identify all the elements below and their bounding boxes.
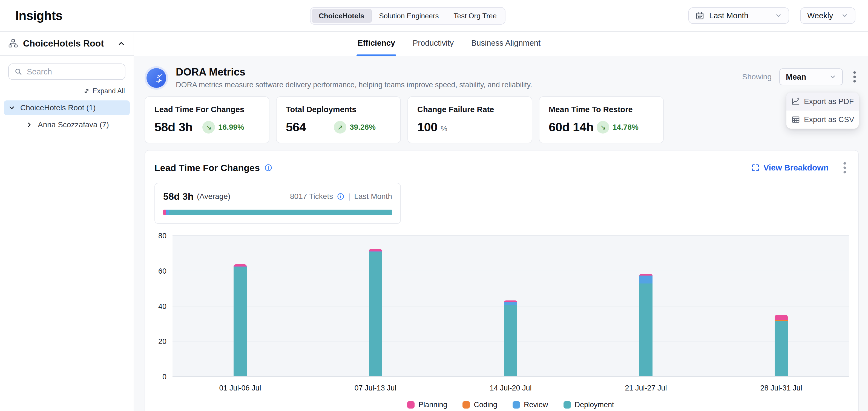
view-breakdown-link[interactable]: View Breakdown <box>751 163 829 172</box>
bar-07 Jul-13 Jul[interactable] <box>369 235 382 376</box>
bar-21 Jul-27 Jul[interactable] <box>639 235 652 376</box>
org-tab-choicehotels[interactable]: ChoiceHotels <box>312 9 372 23</box>
menu-item-label: Export as CSV <box>804 115 854 124</box>
metric-card-lead-time[interactable]: Lead Time For Changes 58d 3h ↘ 16.99% <box>145 96 270 143</box>
y-axis-tick-label: 80 <box>149 232 166 240</box>
metric-card-total-deployments[interactable]: Total Deployments 564 ↗ 39.26% <box>276 96 401 143</box>
dora-controls: Showing Mean <box>742 68 859 85</box>
progress-segment-planning <box>163 210 166 215</box>
insights-app: Insights ChoiceHotels Solution Engineers… <box>0 0 868 411</box>
bar-14 Jul-20 Jul[interactable] <box>504 235 517 376</box>
org-tree: ChoiceHotels Root (1) Anna Scozzafava (7… <box>0 100 134 132</box>
legend-label: Deployment <box>575 401 614 409</box>
bar-segment-planning <box>369 249 382 252</box>
search-icon <box>14 68 23 76</box>
chevron-down-icon <box>841 12 848 19</box>
legend-swatch <box>463 401 470 409</box>
stacked-bar-chart: 020406080 01 Jul-06 Jul07 Jul-13 Jul14 J… <box>154 236 849 409</box>
trend-up-icon: ↗ <box>334 121 346 134</box>
export-menu: Export as PDF <box>786 93 859 129</box>
bar-segment-deployment <box>234 267 247 376</box>
bar-segment-planning <box>234 264 247 267</box>
legend-item-coding: Coding <box>463 401 497 409</box>
chart-legend: PlanningCodingReviewDeployment <box>173 401 849 409</box>
metric-title: Mean Time To Restore <box>549 105 654 114</box>
org-switcher: ChoiceHotels Solution Engineers Test Org… <box>310 7 505 25</box>
menu-item-export-csv[interactable]: Export as CSV <box>786 110 859 129</box>
tab-efficiency[interactable]: Efficiency <box>356 39 396 56</box>
org-tab-solution-engineers[interactable]: Solution Engineers <box>372 9 446 23</box>
legend-item-planning: Planning <box>407 401 447 409</box>
expand-all-icon <box>83 88 90 94</box>
dora-kebab-menu-icon[interactable] <box>850 69 859 85</box>
chevron-right-icon[interactable] <box>26 121 33 128</box>
metric-value: 58d 3h <box>154 120 193 134</box>
bar-segment-planning <box>775 315 788 320</box>
tree-item-anna[interactable]: Anna Scozzafava (7) <box>4 117 130 132</box>
granularity-value: Weekly <box>807 11 833 20</box>
bar-segment-deployment <box>504 305 517 376</box>
trend-badge: ↘ 16.99% <box>203 121 244 134</box>
metric-card-mean-time-to-restore[interactable]: Mean Time To Restore 60d 14h ↘ 14.78% <box>539 96 664 143</box>
x-axis-label: 14 Jul-20 Jul <box>443 384 578 392</box>
average-value: 58d 3h <box>163 191 194 202</box>
tab-productivity[interactable]: Productivity <box>411 39 455 56</box>
calendar-icon <box>695 11 704 20</box>
org-hierarchy-icon <box>8 39 18 48</box>
info-icon[interactable] <box>264 164 273 172</box>
metric-card-change-failure-rate[interactable]: Change Failure Rate 100 % <box>407 96 532 143</box>
bar-segment-review <box>639 276 652 283</box>
metric-title: Lead Time For Changes <box>154 105 259 114</box>
dora-icon-halo <box>145 66 168 90</box>
expand-corners-icon <box>751 164 760 172</box>
chevron-up-icon[interactable] <box>117 39 125 47</box>
x-axis-label: 07 Jul-13 Jul <box>308 384 443 392</box>
org-tab-test-org-tree[interactable]: Test Org Tree <box>446 9 504 23</box>
progress-segment-deployment <box>169 210 392 215</box>
top-bar: Insights ChoiceHotels Solution Engineers… <box>0 0 868 32</box>
trend-percent: 39.26% <box>350 123 376 132</box>
x-axis-label: 21 Jul-27 Jul <box>578 384 714 392</box>
trend-badge: ↘ 14.78% <box>597 121 639 134</box>
gridline <box>173 376 849 377</box>
metric-unit: % <box>441 125 447 133</box>
chevron-down-icon <box>829 73 836 80</box>
search-input[interactable] <box>27 67 119 76</box>
sidebar-header[interactable]: ChoiceHotels Root <box>0 32 134 56</box>
metric-value: 564 <box>286 120 306 134</box>
expand-all[interactable]: Expand All <box>9 87 125 95</box>
page-title: Insights <box>16 8 62 23</box>
legend-swatch <box>407 401 414 409</box>
info-icon[interactable] <box>337 193 344 200</box>
tickets-count: 8017 Tickets <box>290 192 333 201</box>
chevron-down-icon <box>775 12 782 19</box>
chart-export-icon <box>791 97 800 106</box>
bar-01 Jul-06 Jul[interactable] <box>234 235 247 376</box>
date-range-dropdown[interactable]: Last Month <box>688 7 789 24</box>
chart-title: Lead Time For Changes <box>154 163 260 173</box>
period-label: Last Month <box>354 192 392 201</box>
legend-label: Coding <box>474 401 497 409</box>
trend-badge: ↗ 39.26% <box>334 121 376 134</box>
sprint-cycle-icon <box>147 68 166 88</box>
chart-title-row: Lead Time For Changes <box>154 163 273 173</box>
topbar-controls: Last Month Weekly <box>688 7 856 24</box>
legend-label: Planning <box>418 401 447 409</box>
granularity-dropdown[interactable]: Weekly <box>800 7 856 24</box>
menu-item-export-pdf[interactable]: Export as PDF <box>786 93 859 110</box>
bar-segment-deployment <box>369 252 382 376</box>
aggregation-dropdown[interactable]: Mean <box>779 68 843 85</box>
lead-time-chart-card: Lead Time For Changes <box>145 150 859 411</box>
tree-item-root[interactable]: ChoiceHotels Root (1) <box>4 100 130 115</box>
dora-texts: DORA Metrics DORA metrics measure softwa… <box>176 66 532 89</box>
chart-kebab-menu-icon[interactable] <box>841 160 849 176</box>
date-range-value: Last Month <box>709 11 748 20</box>
tree-item-label: ChoiceHotels Root (1) <box>20 103 96 112</box>
bar-segment-deployment <box>639 283 652 376</box>
tab-business-alignment[interactable]: Business Alignment <box>470 39 541 56</box>
bar-28 Jul-31 Jul[interactable] <box>775 235 788 376</box>
content: DORA Metrics DORA metrics measure softwa… <box>134 56 868 411</box>
y-axis-tick-label: 0 <box>149 373 166 381</box>
chevron-down-icon[interactable] <box>8 104 16 111</box>
average-summary-card: 58d 3h (Average) 8017 Tickets <box>154 183 401 224</box>
